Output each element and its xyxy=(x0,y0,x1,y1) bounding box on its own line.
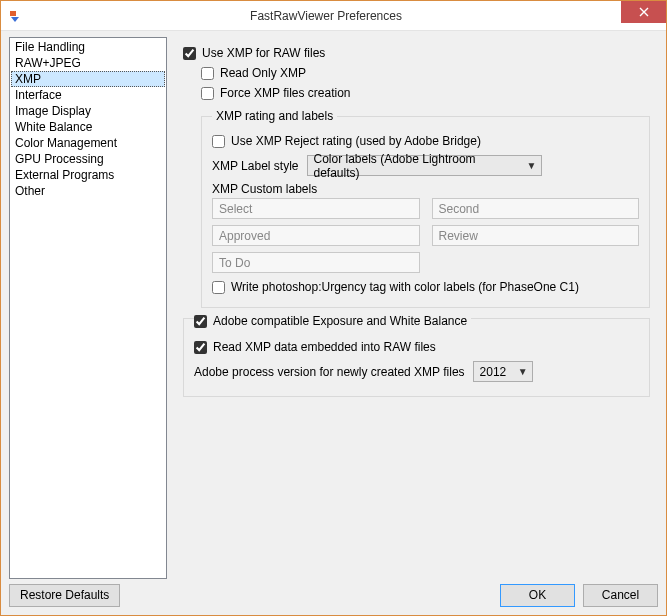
sidebar-item-raw-jpeg[interactable]: RAW+JPEG xyxy=(11,55,165,71)
label-style-caption: XMP Label style xyxy=(212,159,299,173)
custom-labels-grid: Select Second Approved Review To Do xyxy=(212,198,639,273)
custom-label-2-input[interactable]: Second xyxy=(432,198,640,219)
xmp-rating-legend: XMP rating and labels xyxy=(212,109,337,123)
custom-label-4-input[interactable]: Review xyxy=(432,225,640,246)
read-only-xmp-label: Read Only XMP xyxy=(220,66,306,80)
label-style-value: Color labels (Adobe Lightroom defaults) xyxy=(314,152,521,180)
process-version-row: Adobe process version for newly created … xyxy=(194,361,639,382)
sidebar-item-color-management[interactable]: Color Management xyxy=(11,135,165,151)
force-xmp-row[interactable]: Force XMP files creation xyxy=(201,83,650,103)
write-urgency-checkbox[interactable] xyxy=(212,281,225,294)
titlebar: FastRawViewer Preferences xyxy=(1,1,666,31)
category-list[interactable]: File HandlingRAW+JPEGXMPInterfaceImage D… xyxy=(9,37,167,579)
sidebar-item-white-balance[interactable]: White Balance xyxy=(11,119,165,135)
read-only-xmp-row[interactable]: Read Only XMP xyxy=(201,63,650,83)
xmp-panel: Use XMP for RAW files Read Only XMP Forc… xyxy=(175,37,658,579)
use-xmp-checkbox-row[interactable]: Use XMP for RAW files xyxy=(183,43,650,63)
sidebar-item-other[interactable]: Other xyxy=(11,183,165,199)
force-xmp-label: Force XMP files creation xyxy=(220,86,351,100)
chevron-down-icon: ▼ xyxy=(527,160,537,171)
force-xmp-checkbox[interactable] xyxy=(201,87,214,100)
sidebar-item-gpu-processing[interactable]: GPU Processing xyxy=(11,151,165,167)
read-embedded-row[interactable]: Read XMP data embedded into RAW files xyxy=(194,337,639,357)
close-button[interactable] xyxy=(621,1,666,23)
use-reject-row[interactable]: Use XMP Reject rating (used by Adobe Bri… xyxy=(212,131,639,151)
sidebar-item-interface[interactable]: Interface xyxy=(11,87,165,103)
label-style-combo[interactable]: Color labels (Adobe Lightroom defaults) … xyxy=(307,155,542,176)
read-embedded-label: Read XMP data embedded into RAW files xyxy=(213,340,436,354)
read-embedded-checkbox[interactable] xyxy=(194,341,207,354)
use-reject-label: Use XMP Reject rating (used by Adobe Bri… xyxy=(231,134,481,148)
cancel-button[interactable]: Cancel xyxy=(583,584,658,607)
process-version-combo[interactable]: 2012 ▼ xyxy=(473,361,533,382)
sidebar-item-external-programs[interactable]: External Programs xyxy=(11,167,165,183)
label-style-row: XMP Label style Color labels (Adobe Ligh… xyxy=(212,155,639,176)
dialog-footer: Restore Defaults OK Cancel xyxy=(1,581,666,615)
dialog-body: File HandlingRAW+JPEGXMPInterfaceImage D… xyxy=(1,31,666,581)
xmp-rating-group: XMP rating and labels Use XMP Reject rat… xyxy=(201,109,650,308)
custom-label-1-input[interactable]: Select xyxy=(212,198,420,219)
adobe-compat-row[interactable]: Adobe compatible Exposure and White Bala… xyxy=(194,311,471,331)
chevron-down-icon: ▼ xyxy=(518,366,528,377)
write-urgency-label: Write photoshop:Urgency tag with color l… xyxy=(231,280,579,294)
process-version-value: 2012 xyxy=(480,365,507,379)
sidebar-item-file-handling[interactable]: File Handling xyxy=(11,39,165,55)
window-title: FastRawViewer Preferences xyxy=(31,9,621,23)
adobe-compat-label: Adobe compatible Exposure and White Bala… xyxy=(213,314,467,328)
restore-defaults-button[interactable]: Restore Defaults xyxy=(9,584,120,607)
adobe-compat-checkbox[interactable] xyxy=(194,315,207,328)
custom-label-3-input[interactable]: Approved xyxy=(212,225,420,246)
custom-labels-caption: XMP Custom labels xyxy=(212,182,639,196)
process-version-caption: Adobe process version for newly created … xyxy=(194,365,465,379)
custom-label-5-input[interactable]: To Do xyxy=(212,252,420,273)
ok-button[interactable]: OK xyxy=(500,584,575,607)
preferences-window: FastRawViewer Preferences File HandlingR… xyxy=(0,0,667,616)
sidebar-item-image-display[interactable]: Image Display xyxy=(11,103,165,119)
sidebar-item-xmp[interactable]: XMP xyxy=(11,71,165,87)
app-icon xyxy=(1,1,31,31)
use-xmp-checkbox[interactable] xyxy=(183,47,196,60)
write-urgency-row[interactable]: Write photoshop:Urgency tag with color l… xyxy=(212,277,639,297)
use-xmp-label: Use XMP for RAW files xyxy=(202,46,325,60)
read-only-xmp-checkbox[interactable] xyxy=(201,67,214,80)
use-reject-checkbox[interactable] xyxy=(212,135,225,148)
adobe-compat-group: Adobe compatible Exposure and White Bala… xyxy=(183,318,650,397)
